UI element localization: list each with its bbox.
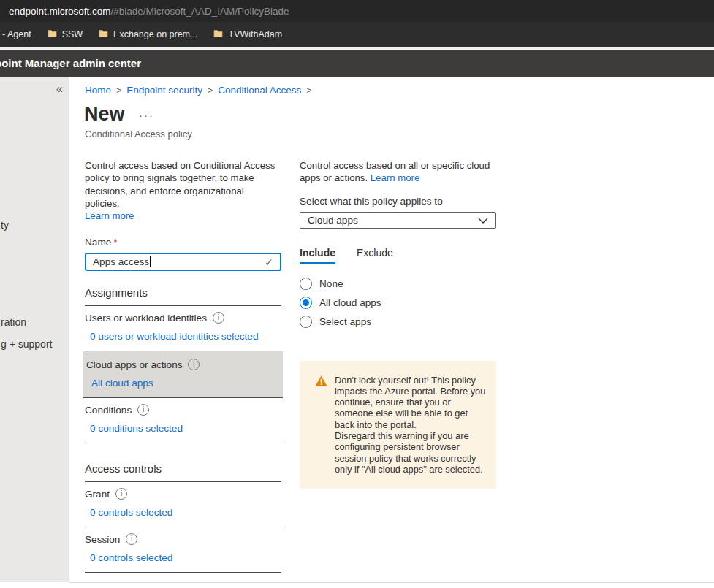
lockout-warning-banner: Don't lock yourself out! This policy imp… — [300, 361, 496, 489]
bookmark-tvwithadam[interactable]: TVWithAdam — [213, 28, 282, 40]
url-host: endpoint.microsoft.com — [9, 6, 111, 17]
info-icon[interactable] — [188, 359, 200, 370]
dropdown-value: Cloud apps — [308, 215, 358, 226]
cloud-apps-link[interactable]: All cloud apps — [86, 378, 280, 389]
policy-description: Control access based on Conditional Acce… — [85, 159, 281, 222]
chevron-down-icon — [478, 215, 488, 226]
bookmark-label: - Agent — [2, 29, 31, 39]
cloud-apps-section: Cloud apps or actions All cloud apps — [83, 351, 283, 398]
conditions-section: Conditions 0 conditions selected — [85, 398, 281, 443]
left-nav-sidebar: « ty ration g + support — [0, 77, 69, 582]
cloud-apps-label: Cloud apps or actions — [86, 359, 182, 370]
breadcrumb-separator: > — [208, 85, 213, 96]
footer-divider — [69, 582, 714, 583]
sidebar-item-troubleshooting-support[interactable]: g + support — [1, 338, 52, 350]
main-content: Home>Endpoint security>Conditional Acces… — [69, 77, 714, 582]
folder-icon — [213, 28, 223, 40]
breadcrumb-endpoint-security[interactable]: Endpoint security — [126, 85, 202, 96]
name-label-text: Name — [85, 237, 111, 248]
info-icon[interactable] — [115, 488, 127, 500]
grant-section: Grant 0 controls selected — [85, 482, 281, 527]
radio-select-apps-label: Select apps — [319, 316, 371, 327]
text-cursor — [150, 256, 151, 267]
breadcrumb-separator: > — [116, 85, 121, 96]
tab-include[interactable]: Include — [300, 247, 335, 264]
session-label: Session — [85, 534, 120, 545]
radio-none-label: None — [319, 278, 343, 289]
url-text[interactable]: endpoint.microsoft.com/#blade/Microsoft_… — [9, 6, 289, 17]
session-link[interactable]: 0 controls selected — [85, 552, 281, 563]
bookmark-exchange[interactable]: Exchange on prem... — [99, 28, 197, 40]
breadcrumb: Home>Endpoint security>Conditional Acces… — [85, 85, 317, 96]
include-options: None All cloud apps Select apps — [300, 275, 496, 332]
policy-form-column: Control access based on Conditional Acce… — [85, 159, 281, 573]
name-field-label: Name* — [85, 237, 281, 248]
radio-all-cloud-apps[interactable]: All cloud apps — [300, 294, 496, 313]
portal-header: point Manager admin center — [0, 50, 714, 77]
sidebar-collapse-icon[interactable]: « — [56, 83, 63, 96]
page-title: New — [84, 103, 125, 126]
cloud-apps-description: Control access based on all or specific … — [300, 159, 496, 185]
tab-exclude[interactable]: Exclude — [357, 247, 393, 264]
include-exclude-tabs: Include Exclude — [300, 247, 496, 264]
policy-applies-label: Select what this policy applies to — [300, 196, 496, 207]
folder-icon — [48, 28, 57, 40]
radio-all-cloud-apps-label: All cloud apps — [319, 297, 381, 308]
grant-label: Grant — [85, 489, 110, 500]
radio-all-cloud-apps-control[interactable] — [300, 297, 312, 309]
required-marker: * — [113, 237, 117, 248]
folder-icon — [99, 28, 108, 40]
bookmark-ssw[interactable]: SSW — [48, 28, 83, 40]
bookmark-label: TVWithAdam — [228, 29, 282, 39]
session-section: Session 0 controls selected — [85, 527, 281, 573]
warning-icon — [315, 375, 327, 476]
info-icon[interactable] — [126, 533, 137, 545]
assignments-heading: Assignments — [85, 286, 281, 306]
browser-address-bar[interactable]: endpoint.microsoft.com/#blade/Microsoft_… — [0, 0, 714, 22]
radio-select-apps-control[interactable] — [300, 316, 312, 328]
more-menu-icon[interactable]: ··· — [139, 109, 154, 121]
sidebar-item-endpoint-security[interactable]: ty — [1, 219, 9, 231]
radio-none-control[interactable] — [300, 278, 312, 290]
access-controls-heading: Access controls — [85, 462, 281, 482]
bookmarks-bar: - Agent SSW Exchange on prem... TVWithAd… — [0, 22, 714, 47]
conditions-label: Conditions — [85, 405, 132, 416]
bookmark-label: SSW — [62, 29, 83, 39]
breadcrumb-home[interactable]: Home — [85, 85, 111, 96]
sidebar-item-tenant-administration[interactable]: ration — [1, 316, 26, 328]
users-identities-label: Users or workload identities — [85, 313, 207, 324]
conditions-link[interactable]: 0 conditions selected — [85, 423, 281, 434]
learn-more-link[interactable]: Learn more — [371, 172, 419, 183]
radio-select-apps[interactable]: Select apps — [300, 313, 496, 332]
name-input[interactable]: Apps access ✓ — [85, 253, 281, 271]
radio-none[interactable]: None — [300, 275, 496, 294]
bookmark-label: Exchange on prem... — [113, 29, 197, 39]
url-path: /#blade/Microsoft_AAD_IAM/PolicyBlade — [111, 6, 289, 17]
users-identities-section: Users or workload identities 0 users or … — [85, 306, 281, 351]
name-input-value: Apps access — [93, 256, 149, 267]
warning-line2: Disregard this warning if you are config… — [335, 430, 483, 475]
policy-applies-dropdown[interactable]: Cloud apps — [300, 212, 496, 229]
info-icon[interactable] — [213, 312, 224, 324]
users-identities-link[interactable]: 0 users or workload identities selected — [85, 331, 281, 342]
portal-title: point Manager admin center — [0, 57, 141, 69]
learn-more-link[interactable]: Learn more — [85, 210, 134, 221]
cloud-apps-pane: Control access based on all or specific … — [300, 159, 496, 489]
info-icon[interactable] — [137, 404, 149, 416]
grant-link[interactable]: 0 controls selected — [85, 507, 281, 518]
screen: endpoint.microsoft.com/#blade/Microsoft_… — [0, 0, 714, 588]
page-subtitle: Conditional Access policy — [85, 129, 192, 140]
valid-check-icon: ✓ — [265, 256, 273, 268]
breadcrumb-conditional-access[interactable]: Conditional Access — [218, 85, 301, 96]
warning-line1: Don't lock yourself out! This policy imp… — [335, 375, 485, 430]
warning-text: Don't lock yourself out! This policy imp… — [335, 375, 486, 476]
bookmark-agent[interactable]: - Agent — [2, 29, 31, 39]
breadcrumb-separator: > — [306, 85, 311, 96]
policy-description-text: Control access based on Conditional Acce… — [85, 160, 275, 209]
